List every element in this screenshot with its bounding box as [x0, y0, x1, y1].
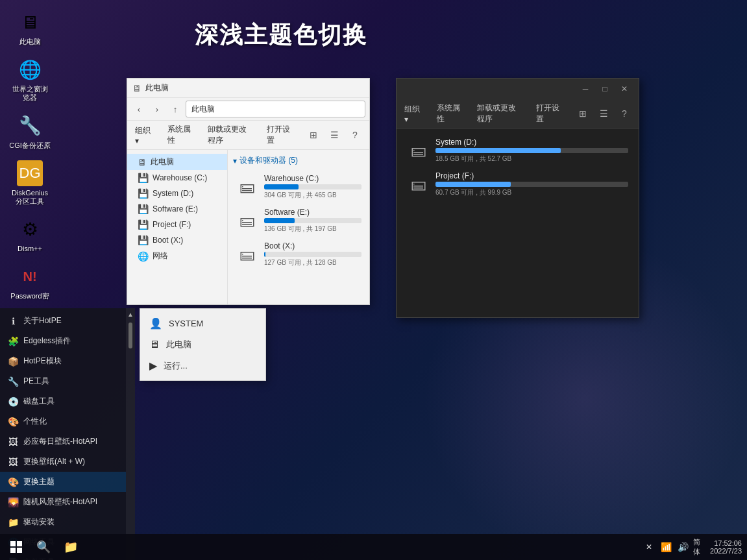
svg-rect-0 [10, 541, 16, 546]
system-clock[interactable]: 17:52:06 2022/7/23 [710, 539, 742, 555]
system-sidebar-label: System (D:) [153, 189, 193, 198]
nav-up-button[interactable]: ↑ [167, 101, 183, 117]
cgi-icon: 🔧 [17, 113, 43, 139]
taskbar-search[interactable]: 🔍 [32, 536, 55, 558]
sidebar-item-boot[interactable]: 💾 Boot (X:) [127, 232, 227, 248]
project-sidebar-label: Project (F:) [153, 220, 191, 229]
details-button[interactable]: ☰ [325, 127, 343, 143]
software-drive-info: Software (E:) 136 GB 可用 , 共 197 GB [264, 208, 361, 234]
tray-lang[interactable]: 简体 [693, 541, 706, 554]
boot-sidebar-label: Boot (X:) [153, 236, 183, 245]
ctx-system-label: SYSTEM [169, 319, 203, 328]
menu-driver-install[interactable]: 📁 驱动安装 [0, 512, 126, 532]
ctx-run-label: 运行... [164, 360, 188, 372]
close-button[interactable]: ✕ [615, 82, 633, 95]
drive-project-dark[interactable]: 🖴 Project (F:) 60.7 GB 可用 , 共 99.9 GB [404, 167, 631, 201]
explorer-toolbar-dark: 组织 ▾ 系统属性 卸载或更改程序 打开设置 ⊞ ☰ ? [397, 99, 639, 128]
scroll-thumb[interactable] [129, 323, 132, 348]
sidebar-item-network[interactable]: 🌐 网络 [127, 248, 227, 264]
clock-time: 17:52:06 [714, 539, 742, 547]
sidebar-item-project[interactable]: 💾 Project (F:) [127, 217, 227, 232]
menu-pe-tools[interactable]: 🔧 PE工具 [0, 371, 126, 391]
view-toggle-button[interactable]: ⊞ [304, 127, 323, 143]
address-bar-light[interactable]: 此电脑 [186, 101, 365, 117]
system-sidebar-icon: 💾 [138, 188, 149, 199]
drive-software[interactable]: 🖴 Software (E:) 136 GB 可用 , 共 197 GB [233, 204, 364, 237]
dark-toolbar-organize[interactable]: 组织 ▾ [402, 103, 424, 125]
desktop-icon-browser[interactable]: 🌐 世界之窗浏览器 [6, 54, 53, 104]
sidebar-item-warehouse[interactable]: 💾 Warehouse (C:) [127, 170, 227, 186]
boot-drive-info: Boot (X:) 127 GB 可用 , 共 128 GB [264, 241, 361, 267]
sidebar-item-system[interactable]: 💾 System (D:) [127, 186, 227, 201]
tray-network-icon[interactable]: 📶 [659, 541, 672, 554]
menu-bing-wallpaper[interactable]: 🖼 必应每日壁纸-HotAPI [0, 432, 126, 452]
menu-edgeless[interactable]: 🧩 Edgeless插件 [0, 331, 126, 351]
menu-random-wallpaper[interactable]: 🌄 随机风景壁纸-HotAPI [0, 492, 126, 512]
sidebar-item-this-pc[interactable]: 🖥 此电脑 [127, 154, 227, 170]
desktop-icon-dism[interactable]: ⚙ Dism++ [6, 213, 53, 256]
software-drive-fill [264, 218, 295, 223]
project-sidebar-icon: 💾 [138, 219, 149, 230]
help-button[interactable]: ? [346, 127, 364, 143]
password-label: Password密 [10, 292, 49, 300]
left-menu-scrollbar: ▲ ▼ [126, 308, 135, 560]
minimize-button[interactable]: ─ [576, 82, 594, 95]
drive-system-dark[interactable]: 🖴 System (D:) 18.5 GB 可用 , 共 52.7 GB [404, 134, 631, 167]
dark-toolbar-open-settings[interactable]: 打开设置 [533, 101, 563, 126]
personalize-icon: 🎨 [8, 417, 18, 427]
address-text: 此电脑 [191, 104, 215, 115]
boot-sidebar-icon: 💾 [138, 235, 149, 245]
nav-back-button[interactable]: ‹ [131, 101, 147, 117]
maximize-button[interactable]: □ [596, 82, 614, 95]
about-icon: ℹ [8, 316, 18, 326]
toolbar-organize[interactable]: 组织 ▾ [132, 124, 154, 147]
desktop-icon-diskgenius[interactable]: DG DiskGenius分区工具 [6, 158, 53, 208]
menu-about-hotpe[interactable]: ℹ 关于HotPE [0, 311, 126, 331]
change-wallpaper-icon: 🖼 [8, 457, 18, 467]
menu-personalize[interactable]: 🎨 个性化 [0, 411, 126, 432]
this-pc-sidebar-label: 此电脑 [151, 156, 174, 167]
tray-volume-icon[interactable]: 🔊 [676, 541, 689, 554]
start-button[interactable] [5, 536, 27, 558]
menu-disk-tools[interactable]: 💿 磁盘工具 [0, 391, 126, 411]
scroll-up-button[interactable]: ▲ [126, 308, 135, 320]
svg-rect-1 [17, 541, 22, 546]
ctx-thispc-icon: 🖥 [149, 339, 160, 350]
section-header-light: ▾ 设备和驱动器 (5) [233, 155, 364, 166]
dark-details-btn[interactable]: ☰ [594, 106, 613, 121]
menu-change-theme[interactable]: 🎨 更换主题 [0, 472, 126, 492]
desktop-icon-password[interactable]: N! Password密 [6, 261, 53, 303]
page-title: 深浅主题色切换 [195, 19, 367, 51]
ctx-system-icon: 👤 [149, 317, 162, 330]
boot-drive-stats: 127 GB 可用 , 共 128 GB [264, 258, 361, 267]
drive-warehouse[interactable]: 🖴 Warehouse (C:) 304 GB 可用 , 共 465 GB [233, 170, 364, 204]
taskbar: 🔍 📁 ✕ 📶 🔊 简体 17:52:06 2022/7/23 [0, 534, 747, 560]
drive-boot[interactable]: 🖴 Boot (X:) 127 GB 可用 , 共 128 GB [233, 237, 364, 271]
hotpe-module-label: HotPE模块 [23, 356, 62, 367]
ctx-run[interactable]: ▶ 运行... [140, 355, 265, 376]
toolbar-system-properties[interactable]: 系统属性 [165, 123, 195, 147]
menu-hotpe-module[interactable]: 📦 HotPE模块 [0, 351, 126, 371]
dark-help-btn[interactable]: ? [615, 106, 633, 121]
random-wallpaper-label: 随机风景壁纸-HotAPI [23, 496, 97, 507]
hotpe-module-icon: 📦 [8, 356, 18, 367]
desktop-icon-this-pc[interactable]: 🖥 此电脑 [6, 6, 53, 49]
desktop-icon-cgi[interactable]: 🔧 CGI备份还原 [6, 110, 53, 152]
menu-change-wallpaper[interactable]: 🖼 更换壁纸(Alt + W) [0, 452, 126, 472]
system-drive-dark-fill [435, 148, 561, 153]
toolbar-open-settings[interactable]: 打开设置 [264, 123, 294, 147]
tray-x-icon[interactable]: ✕ [643, 541, 655, 554]
dark-toolbar-system-properties[interactable]: 系统属性 [434, 101, 464, 126]
ctx-this-pc[interactable]: 🖥 此电脑 [140, 334, 265, 355]
section-label: 设备和驱动器 (5) [239, 155, 298, 166]
ctx-system[interactable]: 👤 SYSTEM [140, 313, 265, 334]
sidebar-item-software[interactable]: 💾 Software (E:) [127, 201, 227, 217]
toolbar-uninstall[interactable]: 卸载或更改程序 [205, 123, 254, 147]
nav-forward-button[interactable]: › [149, 101, 165, 117]
taskbar-file-explorer[interactable]: 📁 [60, 536, 82, 558]
diskgenius-icon: DG [17, 160, 43, 186]
context-menu: 👤 SYSTEM 🖥 此电脑 ▶ 运行... [140, 308, 266, 381]
project-drive-dark-stats: 60.7 GB 可用 , 共 99.9 GB [435, 188, 628, 197]
dark-view-toggle[interactable]: ⊞ [574, 106, 592, 121]
dark-toolbar-uninstall[interactable]: 卸载或更改程序 [474, 101, 523, 126]
